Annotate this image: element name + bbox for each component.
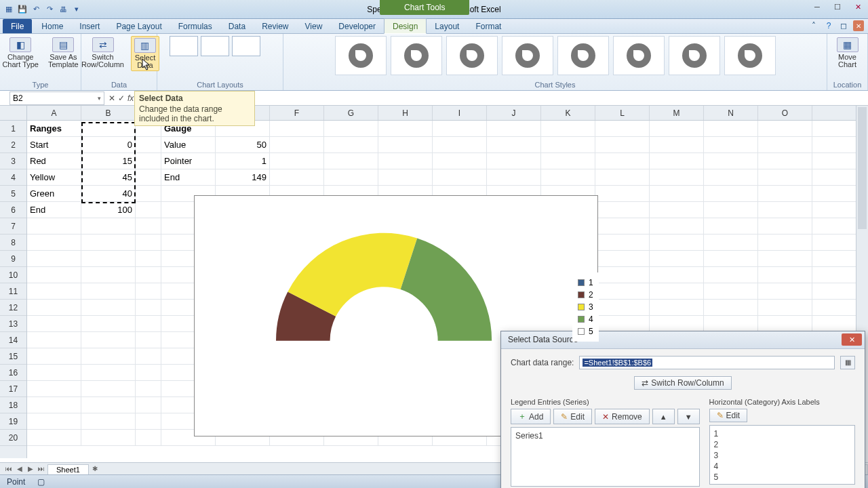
cell[interactable]: Pointer [161, 153, 216, 169]
column-header[interactable]: G [324, 106, 378, 120]
row-header[interactable]: 4 [0, 169, 26, 186]
cell[interactable] [704, 137, 758, 152]
cell[interactable] [378, 169, 433, 185]
column-header[interactable]: F [270, 106, 324, 120]
cell[interactable] [81, 218, 136, 234]
cell[interactable] [81, 430, 136, 445]
tab-home[interactable]: Home [33, 19, 71, 33]
cell[interactable]: End [27, 202, 81, 218]
series-item[interactable]: Series1 [515, 430, 695, 441]
cell[interactable] [81, 235, 136, 250]
cell[interactable] [704, 300, 758, 315]
cell[interactable] [270, 121, 324, 136]
save-as-template-button[interactable]: ▤ Save As Template [45, 36, 81, 70]
cell[interactable] [650, 235, 704, 250]
cell[interactable]: Ranges [27, 121, 81, 136]
cell[interactable] [758, 300, 812, 315]
cell[interactable]: Green [27, 186, 81, 201]
cell[interactable] [595, 218, 650, 234]
row-header[interactable]: 18 [0, 397, 26, 413]
cell[interactable] [704, 186, 758, 201]
cell[interactable] [136, 430, 161, 445]
cell[interactable] [650, 186, 704, 201]
name-box[interactable]: B2 ▾ [9, 92, 104, 105]
style-thumb[interactable] [391, 36, 442, 75]
column-header[interactable]: H [378, 106, 433, 120]
cell[interactable] [136, 348, 161, 364]
row-header[interactable]: 20 [0, 430, 26, 446]
column-header[interactable]: M [650, 106, 704, 120]
row-header[interactable]: 17 [0, 381, 26, 397]
fx-icon[interactable]: fx [127, 94, 134, 103]
cell[interactable] [541, 137, 595, 152]
style-thumb[interactable] [446, 36, 498, 75]
change-chart-type-button[interactable]: ◧ Change Chart Type [0, 36, 41, 70]
category-item[interactable]: 2 [714, 439, 850, 450]
cell[interactable] [758, 235, 812, 250]
row-header[interactable]: 15 [0, 348, 26, 365]
cell[interactable]: Value [161, 137, 216, 152]
cell[interactable]: Red [27, 153, 81, 169]
cell[interactable] [595, 300, 650, 315]
cell[interactable] [136, 202, 161, 218]
tab-format[interactable]: Format [467, 19, 509, 33]
cell[interactable] [81, 381, 136, 396]
layout-thumb[interactable] [170, 36, 198, 56]
help-icon[interactable]: ? [823, 20, 834, 31]
minimize-button[interactable]: ─ [810, 1, 825, 12]
cell[interactable] [81, 316, 136, 331]
cell[interactable] [27, 283, 81, 299]
chart-data-range-input[interactable]: =Sheet1!$B$1:$B$6 [579, 356, 835, 369]
column-header[interactable]: J [487, 106, 541, 120]
sheet-nav-last[interactable]: ⏭ [37, 465, 46, 474]
cell[interactable] [270, 153, 324, 169]
cell[interactable] [81, 251, 136, 266]
print-icon[interactable]: 🖶 [57, 3, 69, 16]
cell[interactable] [136, 381, 161, 396]
tab-insert[interactable]: Insert [71, 19, 108, 33]
cell[interactable] [595, 283, 650, 299]
close-button[interactable]: ✕ [850, 1, 865, 12]
cell[interactable] [650, 283, 704, 299]
cell[interactable] [27, 413, 81, 429]
close-workbook-icon[interactable]: ✕ [853, 20, 864, 31]
cell[interactable]: 15 [81, 153, 136, 169]
chart-styles-gallery[interactable] [335, 36, 776, 75]
tab-page-layout[interactable]: Page Layout [108, 19, 170, 33]
cell[interactable] [136, 267, 161, 283]
layout-thumb[interactable] [201, 36, 229, 56]
row-header[interactable]: 3 [0, 153, 26, 169]
sheet-nav-first[interactable]: ⏮ [4, 465, 14, 474]
cell[interactable] [704, 267, 758, 283]
series-remove-button[interactable]: ✕Remove [595, 409, 650, 424]
switch-row-column-button-dlg[interactable]: ⇄ Switch Row/Column [634, 376, 731, 390]
cell[interactable] [136, 218, 161, 234]
column-header[interactable]: B [81, 106, 136, 120]
cell[interactable]: Start [27, 137, 81, 152]
cell[interactable] [704, 169, 758, 185]
cell[interactable] [136, 365, 161, 380]
style-thumb[interactable] [724, 36, 776, 75]
column-header[interactable]: O [758, 106, 812, 120]
collapse-range-button[interactable]: ▦ [840, 356, 855, 369]
row-header[interactable]: 7 [0, 218, 26, 235]
select-all-corner[interactable] [0, 106, 26, 121]
cell[interactable] [27, 235, 81, 250]
cell[interactable] [27, 316, 81, 331]
cell[interactable] [487, 169, 541, 185]
cell[interactable] [136, 413, 161, 429]
cell[interactable] [758, 153, 812, 169]
cell[interactable] [136, 316, 161, 331]
series-edit-button[interactable]: ✎Edit [553, 409, 592, 424]
cell[interactable] [136, 153, 161, 169]
move-chart-button[interactable]: ▦ Move Chart [834, 36, 861, 70]
cell[interactable] [136, 283, 161, 299]
series-listbox[interactable]: Series1 [511, 427, 700, 487]
cell[interactable] [27, 300, 81, 315]
row-header[interactable]: 11 [0, 283, 26, 300]
row-header[interactable]: 5 [0, 186, 26, 202]
cell[interactable] [136, 186, 161, 201]
cell[interactable]: 0 [81, 137, 136, 152]
cell[interactable] [650, 300, 704, 315]
row-header[interactable]: 1 [0, 121, 26, 137]
